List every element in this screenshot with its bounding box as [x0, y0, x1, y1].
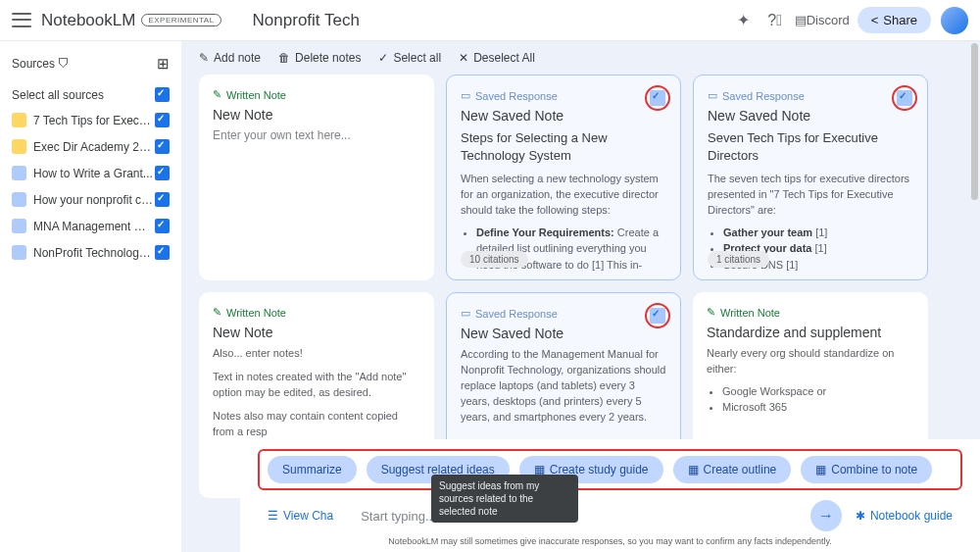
card-label: ✎Written Note	[213, 306, 420, 319]
source-icon	[12, 139, 26, 154]
card-checkbox[interactable]	[650, 90, 665, 106]
add-note-button[interactable]: ✎Add note	[199, 51, 261, 65]
app-header: NotebookLM EXPERIMENTAL Nonprofit Tech ✦…	[0, 0, 980, 41]
suggested-actions: SummarizeSuggest related ideas▦Create st…	[258, 449, 962, 490]
bookmark-icon: ▭	[461, 307, 470, 320]
card-label: ▭Saved Response	[461, 89, 666, 102]
sources-heading: Sources ⛉ ⊞	[6, 51, 175, 82]
trash-icon: 🗑	[278, 51, 290, 65]
card-placeholder: Enter your own text here...	[213, 128, 420, 142]
add-source-icon[interactable]: ⊞	[157, 55, 170, 73]
list-icon: ☰	[268, 509, 278, 523]
select-all-checkbox[interactable]	[155, 87, 170, 102]
source-item[interactable]: Exec Dir Academy 20...	[6, 133, 175, 160]
help-icon[interactable]: ?⃝	[761, 7, 789, 34]
source-icon	[12, 113, 26, 127]
select-all-sources[interactable]: Select all sources	[6, 82, 175, 107]
card-text: The seven tech tips for executive direct…	[708, 172, 913, 219]
menu-icon[interactable]	[12, 11, 31, 30]
source-label: How your nonprofit ca...	[33, 193, 155, 207]
pencil-icon: ✎	[199, 51, 209, 65]
source-checkbox[interactable]	[155, 192, 170, 207]
app-logo: NotebookLM	[41, 11, 135, 30]
discord-link[interactable]: ▤ Discord	[795, 13, 850, 27]
user-avatar[interactable]	[941, 7, 968, 34]
card-text: Nearly every org should standardize on e…	[707, 346, 914, 377]
main-content: ✎Add note 🗑Delete notes ✓Select all ✕Des…	[181, 41, 980, 552]
card-label: ✎Written Note	[707, 306, 914, 319]
doc-icon: ▦	[688, 463, 699, 477]
sources-sidebar: Sources ⛉ ⊞ Select all sources 7 Tech Ti…	[0, 41, 181, 552]
selection-ring	[645, 303, 670, 328]
check-icon: ✓	[378, 51, 388, 65]
disclaimer: NotebookLM may still sometimes give inac…	[258, 536, 962, 546]
card-title: Standardize and supplement	[707, 325, 914, 340]
chat-icon: ▤	[795, 13, 807, 27]
card-checkbox[interactable]	[650, 308, 665, 324]
notebook-title: Nonprofit Tech	[253, 11, 360, 30]
note-card[interactable]: ✎Written NoteNew NoteEnter your own text…	[199, 75, 434, 280]
select-all-button[interactable]: ✓Select all	[378, 51, 441, 65]
source-checkbox[interactable]	[155, 245, 170, 260]
source-item[interactable]: How to Write a Grant...	[6, 160, 175, 186]
share-button[interactable]: <Share	[858, 7, 931, 33]
selection-ring	[645, 85, 670, 111]
pencil-icon: ✎	[707, 306, 715, 319]
sparkle-icon: ✱	[856, 509, 865, 523]
source-checkbox[interactable]	[155, 113, 170, 127]
card-title: New Saved Note	[461, 326, 666, 341]
card-title: New Saved Note	[708, 108, 913, 124]
source-label: Exec Dir Academy 20...	[33, 140, 155, 154]
card-subtitle: Seven Tech Tips for Executive Directors	[708, 129, 913, 164]
source-icon	[12, 219, 26, 233]
source-icon	[12, 245, 26, 260]
delete-notes-button[interactable]: 🗑Delete notes	[278, 51, 361, 65]
citations-badge[interactable]: 1 citations	[708, 251, 769, 268]
card-text: Text in notes created with the "Add note…	[213, 370, 420, 401]
source-label: MNA Management Ma...	[33, 220, 155, 233]
source-label: NonProfit Technology ...	[33, 246, 155, 260]
card-text: Also... enter notes!	[213, 346, 420, 362]
card-bullets: Google Workspace orMicrosoft 365	[707, 383, 914, 416]
source-item[interactable]: 7 Tech Tips for Executi...	[6, 107, 175, 133]
scrollbar[interactable]	[971, 43, 978, 200]
card-title: New Note	[213, 107, 420, 123]
card-text: When selecting a new technology system f…	[461, 172, 666, 219]
source-checkbox[interactable]	[155, 219, 170, 233]
card-title: New Note	[213, 325, 420, 340]
note-card[interactable]: ▭Saved ResponseNew Saved NoteSteps for S…	[446, 75, 681, 280]
selection-ring	[892, 85, 917, 111]
chat-input-panel: SummarizeSuggest related ideas▦Create st…	[240, 439, 980, 552]
notes-grid: ✎Written NoteNew NoteEnter your own text…	[181, 75, 980, 498]
x-icon: ✕	[459, 51, 468, 65]
source-icon	[12, 166, 26, 180]
tooltip: Suggest ideas from my sources related to…	[431, 475, 578, 523]
action-create-outline[interactable]: ▦Create outline	[673, 456, 792, 483]
action-summarize[interactable]: Summarize	[268, 456, 357, 483]
card-label: ▭Saved Response	[708, 89, 913, 102]
pencil-icon: ✎	[213, 306, 221, 319]
share-icon: <	[871, 13, 879, 27]
source-label: How to Write a Grant...	[33, 167, 155, 180]
doc-icon: ▦	[815, 463, 826, 477]
source-item[interactable]: MNA Management Ma...	[6, 213, 175, 239]
source-item[interactable]: NonProfit Technology ...	[6, 239, 175, 266]
notebook-guide-button[interactable]: ✱Notebook guide	[856, 509, 953, 523]
send-button[interactable]: →	[810, 500, 842, 531]
source-item[interactable]: How your nonprofit ca...	[6, 186, 175, 213]
card-text: Notes also may contain content copied fr…	[213, 409, 420, 440]
card-title: New Saved Note	[461, 108, 666, 124]
bookmark-icon: ▭	[461, 89, 470, 102]
citations-badge[interactable]: 10 citations	[461, 251, 528, 268]
shield-icon: ⛉	[58, 57, 70, 71]
action-combine-to-note[interactable]: ▦Combine to note	[801, 456, 932, 483]
card-checkbox[interactable]	[897, 90, 912, 106]
view-chat-button[interactable]: ☰View Cha	[268, 509, 333, 523]
note-card[interactable]: ▭Saved ResponseNew Saved NoteSeven Tech …	[693, 75, 928, 280]
card-subtitle: Steps for Selecting a New Technology Sys…	[461, 129, 666, 164]
deselect-all-button[interactable]: ✕Deselect All	[459, 51, 535, 65]
source-checkbox[interactable]	[155, 166, 170, 180]
source-checkbox[interactable]	[155, 139, 170, 154]
notes-toolbar: ✎Add note 🗑Delete notes ✓Select all ✕Des…	[181, 41, 980, 75]
sparkle-icon[interactable]: ✦	[730, 7, 758, 34]
